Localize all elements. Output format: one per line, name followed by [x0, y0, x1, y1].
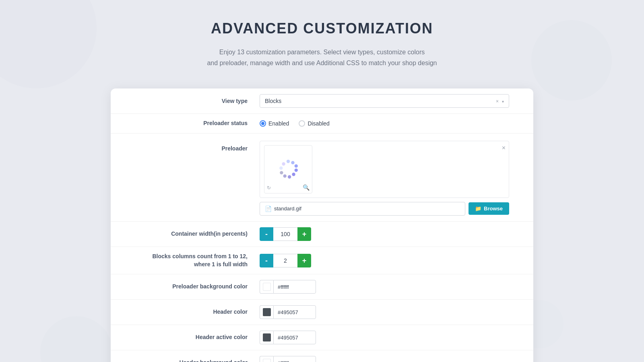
header-active-color-swatch[interactable] [260, 331, 273, 344]
preloader-status-label: Preloader status [135, 119, 260, 128]
radio-disabled-label: Disabled [308, 120, 329, 127]
preloader-bg-color-label: Preloader background color [135, 283, 260, 291]
browse-button[interactable]: 📁 Browse [469, 202, 509, 215]
svg-point-8 [279, 167, 283, 170]
header-color-group [260, 305, 316, 319]
radio-enabled-label: Enabled [268, 120, 289, 127]
container-width-minus[interactable]: - [260, 227, 273, 241]
header-bg-color-swatch-inner [263, 359, 271, 362]
header-color-label: Header color [135, 308, 260, 316]
file-input-display[interactable]: 📄 standard.gif [260, 202, 465, 216]
header-active-color-group [260, 331, 316, 344]
header-bg-color-row: Header background color [111, 350, 533, 362]
container-width-row: Container width(in percents) - + [111, 222, 533, 247]
blocks-columns-stepper: - + [260, 254, 509, 267]
preloader-label: Preloader [135, 141, 260, 153]
browse-label: Browse [484, 206, 503, 212]
header-active-color-row: Header active color [111, 325, 533, 350]
header-color-input[interactable] [273, 305, 316, 319]
dropdown-clear-icon[interactable]: × [496, 99, 499, 104]
blocks-columns-plus[interactable]: + [297, 254, 311, 267]
radio-enabled-dot [260, 120, 266, 127]
svg-point-2 [295, 164, 298, 167]
container-width-plus[interactable]: + [297, 227, 311, 241]
header-bg-color-label: Header background color [135, 359, 260, 362]
filename-text: standard.gif [274, 206, 301, 212]
svg-point-6 [283, 174, 287, 177]
preloader-status-radio-group: Enabled Disabled [260, 120, 509, 127]
container-width-input[interactable] [273, 227, 297, 241]
preloader-close-button[interactable]: × [502, 144, 506, 152]
blocks-columns-label: Blocks columns count from 1 to 12, where… [135, 253, 260, 268]
header-bg-color-input[interactable] [273, 356, 316, 362]
page-subtitle: Enjoy 13 customization parameters. Selec… [207, 47, 437, 68]
header-active-color-swatch-inner [263, 333, 271, 341]
view-type-dropdown[interactable]: Blocks × ▾ [260, 94, 509, 108]
preloader-row: Preloader × [111, 134, 533, 222]
preloader-bg-color-row: Preloader background color [111, 274, 533, 300]
preloader-upload-area: × [260, 141, 509, 198]
header-active-color-label: Header active color [135, 333, 260, 341]
file-icon: 📄 [265, 206, 272, 212]
view-type-value: Blocks [265, 98, 281, 104]
view-type-label: View type [135, 97, 260, 105]
header-bg-color-swatch[interactable] [260, 356, 273, 362]
chevron-down-icon: ▾ [502, 99, 504, 104]
header-color-row: Header color [111, 300, 533, 325]
blocks-columns-input[interactable] [273, 254, 297, 267]
blocks-columns-row: Blocks columns count from 1 to 12, where… [111, 247, 533, 274]
svg-point-4 [292, 173, 295, 176]
page-title: ADVANCED CUSTOMIZATION [211, 20, 433, 37]
settings-card: View type Blocks × ▾ Preloader status [111, 88, 533, 362]
header-bg-color-group [260, 356, 316, 362]
folder-icon: 📁 [475, 206, 481, 212]
svg-point-3 [295, 169, 298, 172]
file-upload-row: 📄 standard.gif 📁 Browse [260, 202, 509, 216]
zoom-icon: 🔍 [303, 184, 310, 191]
preloader-status-row: Preloader status Enabled Disabled [111, 114, 533, 134]
blocks-columns-minus[interactable]: - [260, 254, 273, 267]
preloader-bg-color-swatch[interactable] [260, 280, 273, 294]
preloader-bg-color-swatch-inner [263, 283, 271, 291]
preloader-bg-color-group [260, 280, 316, 294]
svg-point-5 [288, 175, 291, 179]
view-type-row: View type Blocks × ▾ [111, 88, 533, 114]
header-color-swatch-inner [263, 308, 271, 316]
header-active-color-input[interactable] [273, 331, 316, 344]
container-width-stepper: - + [260, 227, 509, 241]
svg-point-0 [287, 160, 290, 163]
svg-point-9 [282, 162, 285, 165]
svg-point-7 [280, 171, 283, 174]
container-width-label: Container width(in percents) [135, 230, 260, 238]
header-color-swatch[interactable] [260, 305, 273, 319]
spinner-icon [278, 159, 299, 180]
preloader-bg-color-input[interactable] [273, 280, 316, 294]
refresh-icon: ↻ [267, 185, 271, 191]
radio-disabled-dot [299, 120, 305, 127]
radio-enabled[interactable]: Enabled [260, 120, 289, 127]
preloader-preview-box: 🔍 ↻ [264, 145, 312, 193]
radio-disabled[interactable]: Disabled [299, 120, 329, 127]
svg-point-1 [291, 161, 294, 164]
